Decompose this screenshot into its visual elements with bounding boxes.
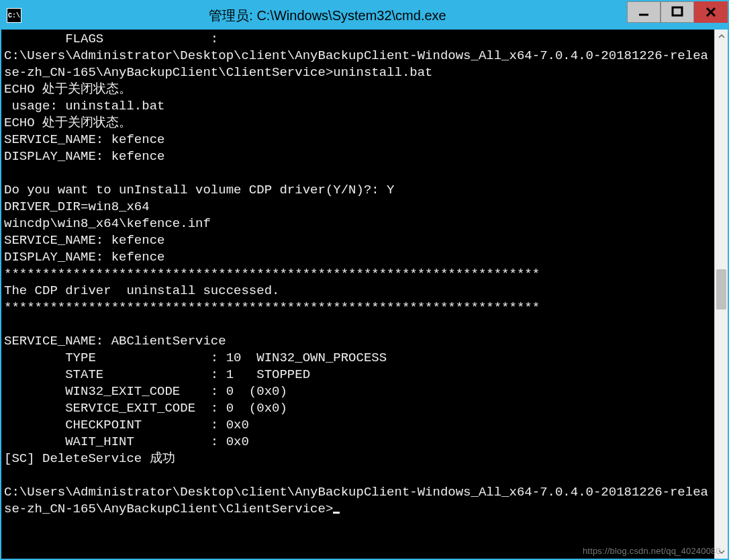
maximize-icon [671, 6, 683, 18]
close-icon [705, 6, 717, 18]
minimize-button[interactable] [627, 1, 661, 23]
chevron-up-icon [718, 33, 725, 40]
window-title: 管理员: C:\Windows\System32\cmd.exe [21, 7, 634, 25]
terminal-output[interactable]: FLAGS : C:\Users\Administrator\Desktop\c… [1, 30, 714, 559]
app-icon[interactable]: C:\ [7, 8, 21, 23]
cursor [333, 512, 340, 514]
scroll-thumb[interactable] [716, 269, 726, 310]
minimize-icon [638, 6, 650, 18]
window-controls [627, 1, 728, 23]
terminal-area: FLAGS : C:\Users\Administrator\Desktop\c… [1, 30, 728, 559]
svg-rect-1 [673, 7, 682, 15]
maximize-button[interactable] [661, 1, 694, 23]
watermark-text: https://blog.csdn.net/qq_40240080 [583, 546, 721, 556]
titlebar[interactable]: C:\ 管理员: C:\Windows\System32\cmd.exe [1, 1, 728, 30]
scrollbar[interactable] [714, 30, 728, 559]
cmd-window: C:\ 管理员: C:\Windows\System32\cmd.exe FLA… [0, 0, 729, 560]
scroll-track[interactable] [715, 43, 728, 545]
scroll-up-button[interactable] [715, 30, 728, 43]
app-icon-label: C:\ [8, 12, 20, 19]
close-button[interactable] [694, 1, 728, 23]
